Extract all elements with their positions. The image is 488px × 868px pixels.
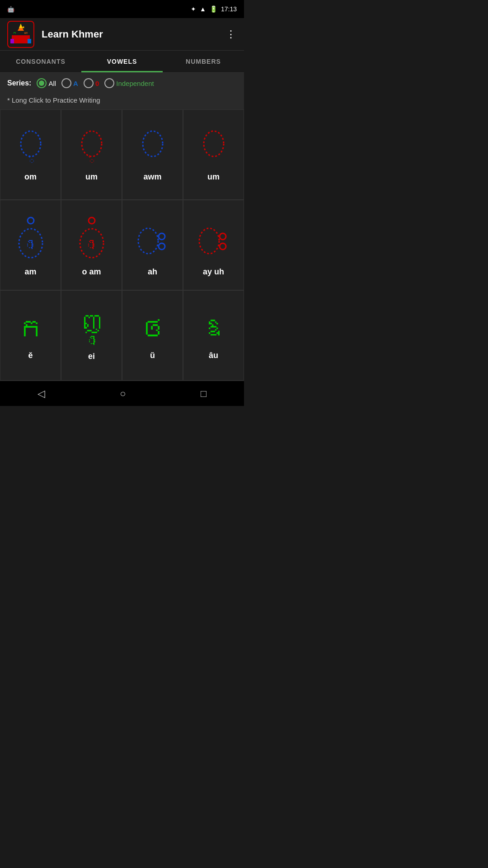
radio-a-label: A [73,80,78,87]
svg-point-9 [21,131,41,156]
series-all[interactable]: All [37,78,56,88]
tab-vowels[interactable]: VOWELS [81,51,163,72]
cell-e[interactable]: ក ě [0,290,61,381]
svg-point-22 [159,233,165,240]
cell-am[interactable]: ា am [0,200,61,290]
radio-ind-circle[interactable] [104,78,114,88]
cell-um2[interactable]: um [183,109,244,200]
radio-0-circle[interactable] [84,78,94,88]
cell-u[interactable]: ឲ ŭ [122,290,183,381]
svg-point-13 [143,131,163,156]
symbol-am: ា [13,214,49,264]
cell-om[interactable]: ំ om [0,109,61,200]
hint-text: * Long Click to Practice Writing [0,94,244,109]
time-display: 17:13 [221,5,237,13]
cell-ah[interactable]: ah [122,200,183,290]
symbol-oam: ា [74,214,110,264]
symbol-ayuh [196,214,232,264]
series-0[interactable]: 0 [84,78,99,88]
tab-bar: CONSONANTS VOWELS NUMBERS [0,51,244,73]
symbol-u: ឲ [139,311,166,347]
series-row: Series: All A 0 Independent [0,73,244,94]
svg-point-11 [82,131,102,156]
svg-point-21 [138,228,158,254]
tab-consonants[interactable]: CONSONANTS [0,51,81,72]
cell-um[interactable]: ំ um [61,109,122,200]
svg-point-24 [199,228,219,254]
symbol-awm [137,128,169,169]
svg-rect-5 [10,39,14,43]
symbol-ah [135,214,171,264]
symbol-au: ឱ [201,311,226,347]
roman-ayuh: ay uh [203,267,224,277]
svg-text:ណ: ណ [24,31,28,35]
status-right: ✦ ▲ 🔋 17:13 [191,5,237,13]
radio-ind-label: Independent [116,80,154,87]
vowels-grid: ំ om ំ um awm um [0,109,244,381]
app-title: Learn Khmer [42,28,219,40]
app-logo: ★ ក ណ [7,21,34,48]
android-icon: 🤖 [7,6,14,13]
roman-au: âu [209,351,218,360]
roman-om: om [24,172,37,182]
cell-oam[interactable]: ា o am [61,200,122,290]
roman-um2: um [207,172,220,182]
cell-awm[interactable]: awm [122,109,183,200]
roman-ei: ei [88,352,95,361]
radio-all-label: All [48,80,56,87]
roman-awm: awm [143,172,161,182]
status-left: 🤖 [7,6,14,13]
back-button[interactable]: ◁ [28,384,54,403]
roman-u: ŭ [150,351,155,360]
svg-point-25 [220,233,226,240]
svg-text:ា: ា [87,237,94,253]
symbol-e: ក [17,311,44,347]
svg-text:ំ: ំ [88,155,94,166]
signal-icon: ▲ [200,5,206,13]
home-button[interactable]: ○ [111,384,135,403]
svg-text:ក: ក [13,31,17,35]
cell-au[interactable]: ឱ âu [183,290,244,381]
series-label: Series: [7,79,31,87]
radio-0-label: 0 [95,80,99,87]
menu-button[interactable]: ⋮ [226,28,237,40]
tab-numbers[interactable]: NUMBERS [163,51,244,72]
bluetooth-icon: ✦ [191,5,196,13]
radio-a-circle[interactable] [61,78,71,88]
symbol-om: ំ [15,128,47,169]
svg-point-23 [159,243,165,250]
svg-point-18 [89,217,95,224]
symbol-um: ំ [76,128,108,169]
roman-um: um [85,172,98,182]
svg-rect-6 [28,39,31,43]
cell-ayuh[interactable]: ay uh [183,200,244,290]
series-independent[interactable]: Independent [104,78,154,88]
svg-point-14 [204,131,224,156]
roman-am: am [24,267,36,277]
svg-rect-1 [12,35,30,43]
cell-ei[interactable]: ញ ា ei [61,290,122,381]
recent-button[interactable]: □ [192,384,216,403]
series-a[interactable]: A [61,78,78,88]
roman-oam: o am [82,267,101,277]
roman-e: ě [28,351,33,360]
symbol-um2 [198,128,230,169]
svg-text:★: ★ [22,25,25,29]
radio-all-circle[interactable] [37,78,47,88]
app-bar: ★ ក ណ Learn Khmer ⋮ [0,18,244,51]
svg-point-26 [220,243,226,250]
battery-icon: 🔋 [210,5,217,13]
status-bar: 🤖 ✦ ▲ 🔋 17:13 [0,0,244,18]
roman-ah: ah [148,267,157,277]
svg-point-15 [28,217,34,224]
symbol-ei: ញ ា [80,310,103,348]
nav-bar: ◁ ○ □ [0,381,244,406]
svg-text:ា: ា [26,237,33,253]
